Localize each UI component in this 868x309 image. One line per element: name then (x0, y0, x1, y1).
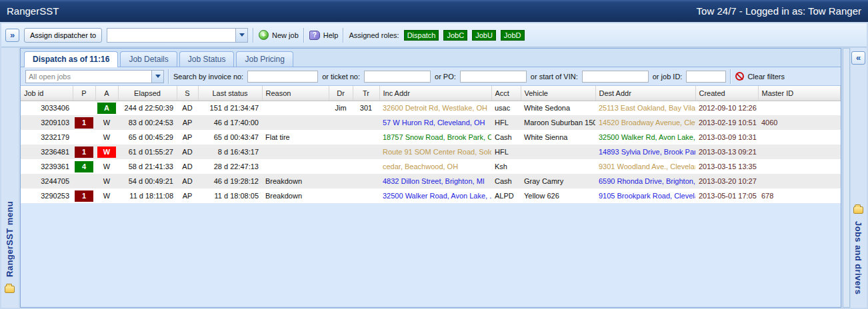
column-header-vehicle[interactable]: Vehicle (521, 86, 595, 101)
column-header-last_status[interactable]: Last status (198, 86, 262, 101)
cell-last_status: 46 d 19:28:12 (198, 174, 262, 188)
dest-address-link[interactable]: 9301 Woodland Ave., Cleveland,... (599, 162, 695, 170)
help-button[interactable]: ? Help (309, 31, 339, 40)
cell-created: 2013-03-13 09:21 (695, 145, 758, 159)
cell-created: 2013-05-01 17:05 (695, 188, 758, 203)
column-header-reason[interactable]: Reason (262, 86, 329, 101)
cell-acct: HFL (491, 115, 521, 130)
table-row[interactable]: 3232179W65 d 00:45:29AP65 d 00:43:47Flat… (21, 130, 841, 145)
inc-address-link[interactable]: Route 91 SOM Center Road, Solo... (383, 148, 491, 156)
table-row[interactable]: 32902531W11 d 18:11:08AP11 d 18:08:05Bre… (21, 188, 841, 203)
po-filter-input[interactable] (460, 71, 527, 83)
cell-inc[interactable]: 32500 Walker Road, Avon Lake, ... (379, 188, 491, 203)
inc-address-link[interactable]: cedar, Beachwood, OH (383, 162, 458, 170)
assign-dispatcher-button[interactable]: Assign dispatcher to (24, 28, 102, 43)
cell-vehicle (521, 145, 595, 159)
cell-dest[interactable]: 32500 Walker Rd, Avon Lake, OH (595, 130, 695, 145)
cell-inc[interactable]: 4832 Dillon Street, Brighton, MI (379, 174, 491, 188)
role-badge-dispatch: Dispatch (404, 30, 439, 41)
tab-dispatch[interactable]: Dispatch as of 11:16 (24, 51, 118, 67)
assign-dispatcher-combo[interactable] (107, 28, 248, 43)
column-header-created[interactable]: Created (695, 86, 758, 101)
column-header-dr[interactable]: Dr (329, 86, 353, 101)
session-info: Tow 24/7 - Logged in as: Tow Ranger (697, 5, 861, 17)
inc-address-link[interactable]: 32500 Walker Road, Avon Lake, ... (383, 192, 491, 200)
cell-dest[interactable]: 9301 Woodland Ave., Cleveland,... (595, 159, 695, 174)
collapse-right-panel-button[interactable]: « (851, 51, 865, 65)
dest-address-link[interactable]: 32500 Walker Rd, Avon Lake, OH (599, 133, 695, 141)
column-header-elapsed[interactable]: Elapsed (118, 86, 177, 101)
cell-dest[interactable]: 25113 East Oakland, Bay Vilage, ... (595, 101, 695, 115)
cell-p: 1 (73, 145, 95, 159)
cell-s: AD (177, 159, 198, 174)
cell-master (758, 145, 841, 159)
dest-address-link[interactable]: 14893 Sylvia Drive, Brook Park, OH (599, 148, 695, 156)
column-header-tr[interactable]: Tr (353, 86, 379, 101)
inc-address-link[interactable]: 4832 Dillon Street, Brighton, MI (383, 177, 485, 185)
new-job-button[interactable]: + New job (259, 30, 299, 40)
cell-dest[interactable]: 6590 Rhonda Drive, Brighton, MI (595, 174, 695, 188)
job-view-value[interactable] (26, 71, 151, 83)
cell-dest[interactable]: 14520 Broadway Avenue, Cleve... (595, 115, 695, 130)
column-header-acct[interactable]: Acct (491, 86, 521, 101)
table-row[interactable]: 32393614W58 d 21:41:33AD28 d 22:47:13ced… (21, 159, 841, 174)
cell-s: AD (177, 101, 198, 115)
ticket-filter-input[interactable] (364, 71, 431, 83)
invoice-filter-input[interactable] (247, 71, 318, 83)
table-row[interactable]: 3033406A244 d 22:50:39AD151 d 21:34:47Ji… (21, 101, 841, 115)
job-view-select[interactable] (25, 70, 164, 83)
inc-address-link[interactable]: 57 W Huron Rd, Cleveland, OH (383, 119, 485, 127)
cell-acct: ALPD (491, 188, 521, 203)
cell-dest[interactable]: 9105 Brookpark Road, Cleveland... (595, 188, 695, 203)
table-row[interactable]: 32364811W61 d 01:55:27AD8 d 16:43:17Rout… (21, 145, 841, 159)
cell-vehicle: Maroon Suburban 1500 (521, 115, 595, 130)
expand-left-menu-button[interactable]: » (5, 29, 19, 42)
jobid-filter-input[interactable] (686, 71, 726, 83)
filter-separator (168, 69, 169, 84)
cell-created: 2012-09-10 12:26 (695, 101, 758, 115)
right-sidebar[interactable]: « Jobs and drivers (851, 48, 867, 308)
job-view-dropdown-trigger[interactable] (151, 71, 163, 83)
assign-dispatcher-dropdown-trigger[interactable] (235, 29, 247, 42)
cell-inc[interactable]: 57 W Huron Rd, Cleveland, OH (379, 115, 491, 130)
inc-address-link[interactable]: 32600 Detroit Rd, Westlake, OH (383, 104, 487, 112)
cell-tr (353, 188, 379, 203)
assign-dispatcher-input[interactable] (107, 29, 235, 42)
clear-filters-button[interactable]: Clear filters (735, 72, 785, 81)
tab-job-details[interactable]: Job Details (120, 51, 177, 67)
column-header-s[interactable]: S (177, 86, 198, 101)
table-scrollbar[interactable] (843, 48, 850, 308)
table-row[interactable]: 3244705W54 d 00:49:21AD46 d 19:28:12Brea… (21, 174, 841, 188)
cell-inc[interactable]: cedar, Beachwood, OH (379, 159, 491, 174)
inc-address-link[interactable]: 18757 Snow Road, Brook Park, OH (383, 133, 491, 141)
cell-s: AP (177, 115, 198, 130)
column-header-dest[interactable]: Dest Addr (595, 86, 695, 101)
p-status-badge: 1 (75, 117, 93, 129)
column-header-a[interactable]: A (95, 86, 118, 101)
table-row[interactable]: 32091031W83 d 00:24:53AP46 d 17:40:0057 … (21, 115, 841, 130)
column-header-job_id[interactable]: Job id (21, 86, 73, 101)
tab-job-pricing[interactable]: Job Pricing (236, 51, 293, 67)
vin-filter-input[interactable] (582, 71, 649, 83)
cell-inc[interactable]: 32600 Detroit Rd, Westlake, OH (379, 101, 491, 115)
cell-acct: HFL (491, 145, 521, 159)
dest-address-link[interactable]: 14520 Broadway Avenue, Cleve... (599, 119, 695, 127)
cell-s: AD (177, 145, 198, 159)
folder-icon (853, 206, 863, 214)
cell-dest[interactable]: 14893 Sylvia Drive, Brook Park, OH (595, 145, 695, 159)
column-header-master[interactable]: Master ID (758, 86, 841, 101)
cell-inc[interactable]: 18757 Snow Road, Brook Park, OH (379, 130, 491, 145)
left-sidebar[interactable]: RangerSST menu (1, 48, 19, 308)
cell-inc[interactable]: Route 91 SOM Center Road, Solo... (379, 145, 491, 159)
dest-address-link[interactable]: 9105 Brookpark Road, Cleveland... (599, 192, 695, 200)
cell-p (73, 130, 95, 145)
invoice-filter-label: Search by invoice no: (173, 73, 243, 81)
dest-address-link[interactable]: 25113 East Oakland, Bay Vilage, ... (599, 104, 695, 112)
dest-address-link[interactable]: 6590 Rhonda Drive, Brighton, MI (599, 177, 695, 185)
cell-vehicle: Yellow 626 (521, 188, 595, 203)
cell-s: AP (177, 130, 198, 145)
tab-job-status[interactable]: Job Status (179, 51, 235, 67)
column-header-inc[interactable]: Inc Addr (379, 86, 491, 101)
role-badge-jobc: JobC (443, 30, 467, 41)
column-header-p[interactable]: P (73, 86, 95, 101)
